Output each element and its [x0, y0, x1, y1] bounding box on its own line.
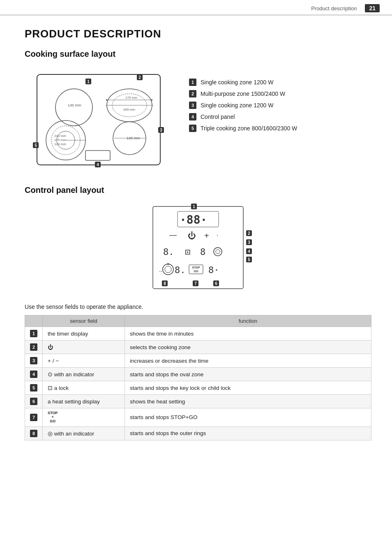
svg-text:3: 3 — [248, 240, 250, 245]
table-cell-num: 3 — [25, 354, 43, 368]
legend-badge-1: 1 — [189, 79, 196, 86]
table-cell-num: 4 — [25, 368, 43, 381]
svg-text:5: 5 — [248, 257, 250, 262]
table-num-badge: 5 — [30, 384, 37, 392]
svg-text:2: 2 — [138, 75, 141, 80]
col-header-num — [25, 315, 43, 327]
table-cell-function: increases or decreases the time — [125, 354, 371, 368]
cooking-surface-section: Cooking surface layout 1 1 145 mm — [25, 49, 371, 173]
svg-rect-0 — [37, 74, 160, 165]
svg-point-57 — [167, 263, 169, 265]
svg-text:··: ·· — [159, 268, 162, 274]
col-header-sensor: sensor field — [43, 315, 125, 327]
svg-text:2: 2 — [248, 231, 250, 236]
svg-point-50 — [214, 248, 222, 256]
legend-item-4: 4 Control panel — [189, 113, 371, 120]
table-num-badge: 4 — [30, 371, 37, 378]
table-row: 8◎ with an indicatorstarts and stops the… — [25, 426, 371, 440]
page-number: 21 — [365, 4, 380, 12]
svg-text:6: 6 — [215, 281, 217, 286]
table-cell-sensor: + / − — [43, 354, 125, 368]
table-cell-num: 2 — [25, 341, 43, 354]
control-panel-diagram: 1 ·88· 2 — ⏻ + · 3 4 8. — [25, 202, 371, 297]
table-row: 5⊡ a lockstarts and stops the key lock o… — [25, 381, 371, 395]
table-row: 7STOP+GOstarts and stops STOP+GO — [25, 408, 371, 427]
table-num-badge: 3 — [30, 357, 37, 364]
table-cell-function: starts and stops the outer rings — [125, 426, 371, 440]
svg-text:STOP: STOP — [192, 266, 200, 269]
cooking-legend: 1 Single cooking zone 1200 W 2 Multi-pur… — [189, 66, 371, 136]
svg-point-51 — [216, 250, 220, 254]
cooking-surface-heading: Cooking surface layout — [25, 49, 371, 59]
svg-text:+: + — [204, 231, 209, 240]
table-cell-sensor: STOP+GO — [43, 408, 125, 427]
table-row: 6a heat setting displayshows the heat se… — [25, 395, 371, 408]
table-cell-function: starts and stops the oval zone — [125, 368, 371, 381]
stop-go-label: STOP+GO — [48, 411, 58, 424]
legend-badge-4: 4 — [189, 113, 196, 120]
svg-text:⏻: ⏻ — [188, 231, 196, 240]
table-num-badge: 6 — [30, 398, 37, 405]
cooktop-diagram: 1 1 145 mm 2 2 — [25, 66, 173, 173]
table-cell-num: 5 — [25, 381, 43, 395]
table-cell-num: 7 — [25, 408, 43, 427]
legend-text-5: Triple cooking zone 800/1600/2300 W — [201, 125, 297, 132]
sensor-table-body: 1the timer displayshows the time in minu… — [25, 327, 371, 440]
svg-text:8: 8 — [164, 281, 166, 286]
svg-text:GO: GO — [194, 270, 198, 273]
table-cell-function: shows the heat setting — [125, 395, 371, 408]
table-cell-function: starts and stops the key lock or child l… — [125, 381, 371, 395]
svg-text:8.: 8. — [175, 265, 186, 275]
table-row: 2⏻selects the cooking zone — [25, 341, 371, 354]
legend-badge-2: 2 — [189, 90, 196, 97]
control-panel-section: Control panel layout 1 ·88· 2 — ⏻ + — [25, 185, 371, 440]
svg-text:·88·: ·88· — [180, 213, 207, 227]
legend-text-3: Single cooking zone 1200 W — [201, 102, 273, 109]
legend-item-1: 1 Single cooking zone 1200 W — [189, 79, 371, 86]
cooktop-svg: 1 1 145 mm 2 2 — [25, 66, 173, 173]
use-sensor-text: Use the sensor fields to operate the app… — [25, 303, 371, 310]
control-panel-svg: 1 ·88· 2 — ⏻ + · 3 4 8. — [128, 202, 268, 297]
legend-item-3: 3 Single cooking zone 1200 W — [189, 102, 371, 109]
svg-point-4 — [55, 89, 92, 126]
svg-text:170 mm: 170 mm — [125, 96, 137, 100]
table-header-row: sensor field function — [25, 315, 371, 327]
table-cell-num: 1 — [25, 327, 43, 341]
page-header: Product description 21 — [0, 0, 392, 15]
table-cell-function: starts and stops STOP+GO — [125, 408, 371, 427]
svg-text:5: 5 — [35, 143, 37, 148]
legend-item-5: 5 Triple cooking zone 800/1600/2300 W — [189, 125, 371, 132]
table-row: 4⊙ with an indicatorstarts and stops the… — [25, 368, 371, 381]
legend-text-1: Single cooking zone 1200 W — [201, 79, 273, 86]
svg-text:145 mm: 145 mm — [68, 103, 81, 107]
table-cell-num: 6 — [25, 395, 43, 408]
svg-text:1: 1 — [87, 79, 90, 84]
svg-text:265 mm: 265 mm — [123, 108, 135, 111]
table-cell-sensor: ⊡ a lock — [43, 381, 125, 395]
table-cell-sensor: ◎ with an indicator — [43, 426, 125, 440]
svg-text:7: 7 — [194, 281, 197, 286]
svg-text:120 mm: 120 mm — [54, 142, 66, 146]
header-section-label: Product description — [311, 5, 357, 12]
table-cell-function: selects the cooking zone — [125, 341, 371, 354]
table-num-badge: 2 — [30, 343, 37, 351]
svg-text:8.: 8. — [163, 247, 174, 257]
table-num-badge: 8 — [30, 430, 37, 437]
table-cell-sensor: a heat setting display — [43, 395, 125, 408]
svg-text:4: 4 — [248, 249, 250, 254]
table-row: 1the timer displayshows the time in minu… — [25, 327, 371, 341]
svg-text:3: 3 — [160, 128, 162, 132]
svg-text:4: 4 — [97, 162, 99, 167]
product-description-title: PRODUCT DESCRIPTION — [25, 28, 371, 40]
sensor-table: sensor field function 1the timer display… — [25, 315, 371, 440]
svg-text:210 mm: 210 mm — [54, 134, 66, 138]
table-num-badge: 7 — [30, 414, 37, 421]
table-num-badge: 1 — [30, 330, 37, 337]
svg-text:⊡: ⊡ — [185, 247, 190, 257]
table-cell-sensor: ⏻ — [43, 341, 125, 354]
legend-item-2: 2 Multi-purpose zone 1500/2400 W — [189, 90, 371, 97]
svg-text:·: · — [217, 232, 218, 239]
legend-badge-3: 3 — [189, 102, 196, 109]
svg-point-55 — [163, 264, 173, 275]
legend-badge-5: 5 — [189, 125, 196, 132]
